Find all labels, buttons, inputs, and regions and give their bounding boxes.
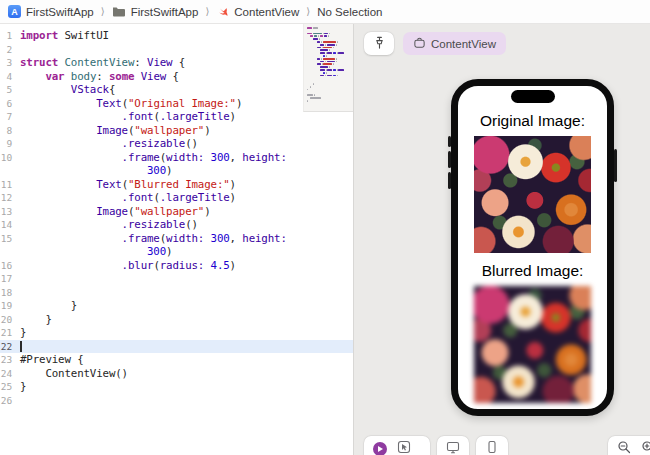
minimap-line [307,49,351,51]
preview-bottom-toolbar [364,436,650,455]
code-line[interactable]: 10 .frame(width: 300, height: [0,151,353,165]
code-line[interactable]: 8 Image("wallpaper") [0,124,353,138]
line-number: 18 [0,286,20,300]
minimap-line [307,103,351,105]
breadcrumb-project[interactable]: A FirstSwiftApp [8,5,94,18]
selectable-preview-button[interactable] [397,440,411,455]
minimap-line [307,41,351,43]
line-number: 4 [0,70,20,84]
code-text: .frame(width: 300, height: [20,232,287,246]
jump-bar: A FirstSwiftApp ⟩ FirstSwiftApp ⟩ Conten… [0,0,650,24]
code-line[interactable]: 3struct ContentView: View { [0,56,353,70]
code-lines: 1import SwiftUI23struct ContentView: Vie… [0,24,353,407]
minimap-line [307,94,351,96]
code-line[interactable]: 21} [0,326,353,340]
line-number: 10 [0,151,20,165]
code-line[interactable]: 17 [0,272,353,286]
breadcrumb-selection[interactable]: No Selection [317,6,382,18]
breadcrumb-file[interactable]: ContentView [216,4,299,19]
code-line[interactable]: 26 [0,394,353,408]
code-line[interactable]: 19 } [0,299,353,313]
dynamic-island [511,90,555,103]
code-text: #Preview { [20,353,84,367]
code-line[interactable]: 11 Text("Blurred Image:") [0,178,353,192]
code-text: } [20,313,52,327]
code-line[interactable]: 9 .resizable() [0,137,353,151]
line-number: 9 [0,137,20,151]
code-text: .blur(radius: 4.5) [20,259,236,273]
code-line[interactable]: 25} [0,380,353,394]
text-cursor [20,341,22,352]
minimap-line [307,75,351,77]
code-text: 300) [20,245,172,259]
code-text: Image("wallpaper") [20,205,211,219]
device-settings-button[interactable] [437,436,469,455]
minimap[interactable] [303,24,353,112]
code-line[interactable]: 23#Preview { [0,353,353,367]
live-preview-button[interactable] [373,442,387,455]
code-line[interactable]: 18 [0,286,353,300]
minimap-line [307,100,351,102]
zoom-out-button[interactable] [617,440,631,455]
swift-file-icon [216,4,229,19]
code-line[interactable]: 22 [0,340,353,354]
device-bezels-button[interactable] [476,436,508,455]
minimap-line [307,30,351,32]
pin-preview-button[interactable] [364,32,394,55]
code-text: import SwiftUI [20,29,109,43]
code-text: var body: some View { [20,70,179,84]
line-number: 1 [0,29,20,43]
line-number: 14 [0,218,20,232]
line-number: 16 [0,259,20,273]
line-number: 13 [0,205,20,219]
code-line[interactable]: 5 VStack{ [0,83,353,97]
code-text: Image("wallpaper") [20,124,211,138]
line-number: 8 [0,124,20,138]
code-line[interactable]: 13 Image("wallpaper") [0,205,353,219]
line-number: 11 [0,178,20,192]
code-line[interactable]: 1import SwiftUI [0,29,353,43]
line-number: 6 [0,97,20,111]
minimap-line [307,61,351,63]
code-line[interactable]: 2 [0,43,353,57]
code-line[interactable]: 12 .font(.largeTitle) [0,191,353,205]
line-number: 26 [0,394,20,408]
line-number [0,164,20,178]
code-text: ContentView() [20,367,128,381]
code-line[interactable]: 300) [0,245,353,259]
breadcrumb-label: FirstSwiftApp [26,6,94,18]
blurred-image [474,286,591,403]
code-line[interactable]: 6 Text("Original Image:") [0,97,353,111]
code-line[interactable]: 7 .font(.largeTitle) [0,110,353,124]
code-text: .frame(width: 300, height: [20,151,287,165]
line-number: 21 [0,326,20,340]
breadcrumb-group[interactable]: FirstSwiftApp [112,5,199,19]
line-number: 24 [0,367,20,381]
minimap-line [307,83,351,85]
code-line[interactable]: 24 ContentView() [0,367,353,381]
line-number: 15 [0,232,20,246]
line-number: 22 [0,340,20,354]
code-editor[interactable]: 1import SwiftUI23struct ContentView: Vie… [0,24,353,455]
minimap-line [307,58,351,60]
minimap-line [307,55,351,57]
code-text: VStack{ [20,83,115,97]
line-number: 12 [0,191,20,205]
code-text: } [20,299,77,313]
code-line[interactable]: 15 .frame(width: 300, height: [0,232,353,246]
app-icon: A [8,5,21,18]
minimap-line [307,89,351,91]
code-text: .font(.largeTitle) [20,110,236,124]
line-number: 2 [0,43,20,57]
code-line[interactable]: 4 var body: some View { [0,70,353,84]
code-line[interactable]: 300) [0,164,353,178]
code-line[interactable]: 14 .resizable() [0,218,353,232]
minimap-line [307,35,351,37]
code-text: .resizable() [20,137,198,151]
minimap-line [307,86,351,88]
zoom-in-button[interactable] [641,440,650,455]
preview-tab-contentview[interactable]: ContentView [403,32,506,55]
code-line[interactable]: 16 .blur(radius: 4.5) [0,259,353,273]
code-line[interactable]: 20 } [0,313,353,327]
play-icon [378,446,383,452]
